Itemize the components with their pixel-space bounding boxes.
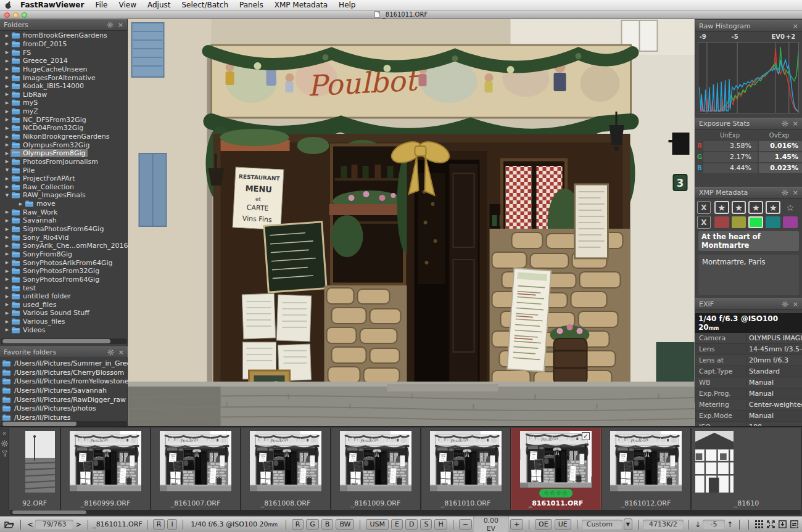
window-resize-grip[interactable] (793, 523, 801, 531)
filmstrip-close-icon[interactable]: × (2, 431, 7, 436)
folder-tree-item[interactable]: ▶PhotosFromJournalism (0, 158, 128, 166)
folder-tree-item[interactable]: ▶FS (0, 48, 128, 57)
rating-star-1[interactable]: ★ (714, 201, 729, 214)
disclosure-closed-icon[interactable]: ▶ (4, 252, 10, 256)
menu-item-adjust[interactable]: Adjust (147, 1, 171, 9)
folder-tree-item[interactable]: ▶OlympusFrom8Gig (0, 149, 128, 158)
favorite-folder-item[interactable]: /Users/il/Pictures/Summer_in_Greece (0, 359, 128, 368)
xmp-title-field[interactable]: At the heart of Montmartre (698, 231, 799, 251)
folder-tree-item[interactable]: ▶HugeCacheUnseen (0, 65, 128, 74)
folder-tree-item[interactable]: ▶NikonBrookgreenGardens (0, 133, 128, 141)
filmstrip-thumb-92orf[interactable]: 92.ORF (9, 428, 60, 510)
label-value-field[interactable]: -5 (703, 520, 725, 529)
folder-tree-item[interactable]: ▼Pile (0, 166, 128, 174)
folder-tree-item[interactable]: ▶ProjectForAPArt (0, 174, 128, 183)
menu-item-file[interactable]: File (95, 1, 107, 9)
rating-up-button[interactable]: ↑ (725, 520, 735, 529)
disclosure-closed-icon[interactable]: ▶ (4, 235, 10, 240)
color-label-swatch-4[interactable] (766, 216, 780, 228)
next-file-button[interactable]: > (73, 520, 83, 529)
folder-tree-item[interactable]: ▶fromDf_2015 (0, 40, 128, 49)
folder-tree-item[interactable]: ▶untitled folder (0, 292, 128, 301)
menu-item-select-batch[interactable]: Select/Batch (181, 1, 228, 9)
menu-item-xmp-metadata[interactable]: XMP Metadata (275, 1, 328, 9)
disclosure-closed-icon[interactable]: ▶ (4, 319, 10, 324)
folder-tree-item[interactable]: ▶Raw_Work (0, 208, 128, 216)
folder-tree-item[interactable]: ▶Various Sound Stuff (0, 309, 128, 317)
disclosure-closed-icon[interactable]: ▶ (4, 134, 10, 139)
favorite-folder-item[interactable]: /Users/il/Pictures/Savannah (0, 386, 128, 395)
folder-tree-item[interactable]: ▶fromBrookGreenGardens (0, 31, 128, 40)
filmstrip-thumb-8160999orf[interactable]: _8160999.ORF (60, 428, 151, 510)
channel-button-g[interactable]: G (306, 519, 319, 530)
disclosure-closed-icon[interactable]: ▶ (4, 227, 10, 232)
folder-tree-item[interactable]: ▶SonyPhotosArikFrom64Gig (0, 258, 128, 267)
folder-tree-item[interactable]: ▶myS (0, 99, 128, 107)
thumb-checkbox[interactable]: ✓ (582, 432, 590, 440)
filmstrip-gear-icon[interactable] (1, 440, 8, 447)
disclosure-closed-icon[interactable]: ▶ (4, 50, 10, 55)
minimize-window-button[interactable] (13, 12, 19, 18)
disclosure-closed-icon[interactable]: ▶ (4, 311, 10, 316)
filmstrip-thumb-8161010orf[interactable]: _8161010.ORF (421, 428, 511, 510)
view-button-e[interactable]: E (391, 519, 403, 530)
ue-button[interactable]: UE (555, 519, 571, 530)
disclosure-closed-icon[interactable]: ▶ (4, 75, 10, 80)
favorite-folder-item[interactable]: /Users/il/Pictures/photos (0, 404, 128, 413)
disclosure-closed-icon[interactable]: ▶ (4, 126, 10, 131)
oe-button[interactable]: OE (535, 519, 552, 530)
folder-tree-item[interactable]: ▶Kodak_IBIS-14000 (0, 82, 128, 91)
main-image-view[interactable]: Poulbot " (128, 19, 695, 426)
folder-tree-item[interactable]: ▶myZ (0, 107, 128, 116)
disclosure-open-icon[interactable]: ▼ (4, 193, 10, 198)
folder-tree-item[interactable]: ▶Videos (0, 325, 128, 334)
wb-preset-arrow[interactable]: ▼ (624, 518, 632, 530)
disclosure-closed-icon[interactable]: ▶ (4, 327, 10, 332)
folder-tree-item[interactable]: ▶test (0, 284, 128, 292)
filter-funnel-icon[interactable] (2, 451, 7, 457)
disclosure-closed-icon[interactable]: ▶ (4, 210, 10, 215)
view-button-d[interactable]: D (405, 519, 418, 530)
folder-tree-item[interactable]: ▶NCD04From32Gig (0, 124, 128, 133)
disclosure-closed-icon[interactable]: ▶ (4, 67, 10, 72)
disclosure-closed-icon[interactable]: ▶ (17, 202, 24, 207)
disclosure-closed-icon[interactable]: ▶ (4, 142, 10, 147)
prev-file-button[interactable]: < (25, 520, 35, 529)
zoom-window-button[interactable] (22, 12, 27, 18)
folders-gear-icon[interactable] (107, 22, 114, 28)
disclosure-closed-icon[interactable]: ▶ (4, 184, 10, 189)
grid-view-icon[interactable] (755, 520, 763, 528)
folders-hscrollbar[interactable] (1, 338, 127, 344)
disclosure-closed-icon[interactable]: ▶ (4, 218, 10, 223)
favorites-gear-icon[interactable] (107, 349, 114, 356)
disclosure-closed-icon[interactable]: ▶ (4, 151, 10, 156)
menu-item-panels[interactable]: Panels (239, 1, 263, 9)
disclosure-closed-icon[interactable]: ▶ (4, 277, 10, 282)
disclosure-closed-icon[interactable]: ▶ (4, 302, 10, 307)
rating-star-4[interactable]: ★ (766, 201, 780, 214)
fullscreen-icon[interactable] (767, 520, 775, 528)
folder-tree-item[interactable]: ▶SigmaPhotosFrom64Gig (0, 225, 128, 234)
disclosure-closed-icon[interactable]: ▶ (4, 41, 10, 46)
disclosure-closed-icon[interactable]: ▶ (4, 269, 10, 274)
folder-tree-item[interactable]: ▶Greece_2014 (0, 57, 128, 65)
rating-star-2[interactable]: ★ (732, 201, 746, 214)
folder-tree-item[interactable]: ▼RAW_ImagesFinals (0, 191, 128, 200)
color-label-swatch-3[interactable] (748, 216, 763, 228)
disclosure-closed-icon[interactable]: ▶ (4, 109, 10, 114)
disclosure-closed-icon[interactable]: ▶ (4, 176, 10, 181)
disclosure-closed-icon[interactable]: ▶ (4, 294, 10, 299)
folders-close-icon[interactable]: × (118, 22, 123, 28)
ev-minus-button[interactable]: − (459, 519, 472, 530)
view-button-usm[interactable]: USM (366, 519, 389, 530)
exif-close-icon[interactable]: × (793, 301, 798, 308)
xmp-close-icon[interactable]: × (793, 189, 798, 196)
info-toggle-button[interactable]: I (167, 519, 176, 530)
disclosure-closed-icon[interactable]: ▶ (4, 285, 10, 290)
menu-item-help[interactable]: Help (339, 1, 355, 9)
filmstrip-thumb-8161009orf[interactable]: _8161009.ORF (331, 428, 421, 510)
raw-toggle-button[interactable]: R (153, 519, 165, 530)
close-window-button[interactable] (4, 12, 10, 18)
disclosure-closed-icon[interactable]: ▶ (4, 84, 10, 89)
folder-tree-item[interactable]: ▶Raw_Collection (0, 183, 128, 192)
